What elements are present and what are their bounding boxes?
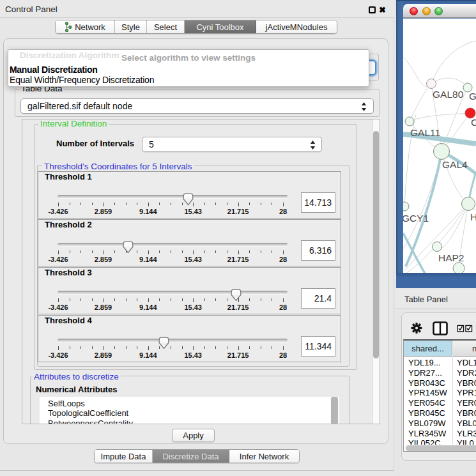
svg-text:HAP2: HAP2 [438,252,464,263]
svg-text:GAL80: GAL80 [433,89,464,100]
svg-text:GCY1: GCY1 [403,213,429,224]
svg-text:C: C [471,117,476,128]
svg-text:GAL11: GAL11 [410,127,440,138]
svg-text:G.: G. [469,91,476,102]
svg-text:H: H [470,211,476,222]
svg-text:GAL4: GAL4 [442,159,468,170]
